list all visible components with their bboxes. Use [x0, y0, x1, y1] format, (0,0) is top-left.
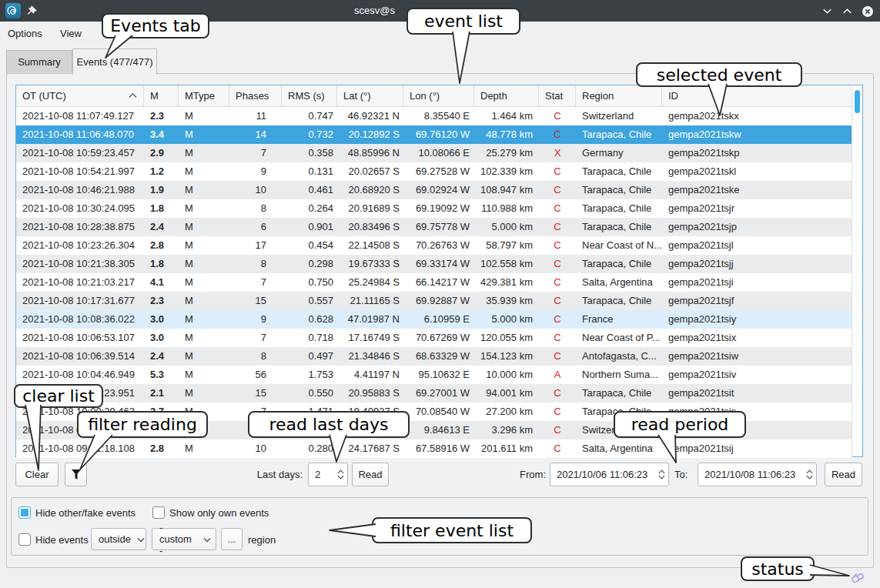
- cell: 69.19092 W: [403, 199, 474, 218]
- event-row-gempa2021tskl[interactable]: 2021-10-08 10:54:21.9971.2M90.13120.0265…: [16, 162, 852, 181]
- to-value: 2021/10/08 11:06:23: [704, 469, 795, 480]
- cell: 2021-10-08 10:54:21.997: [16, 162, 144, 181]
- cell: 0.131: [282, 162, 337, 181]
- event-row-gempa2021tskw[interactable]: 2021-10-08 11:06:48.0703.4M140.73220.128…: [16, 125, 852, 144]
- pin-icon[interactable]: [25, 4, 39, 18]
- column-header-label: MType: [185, 90, 215, 102]
- cell: Tarapaca, Chile: [576, 218, 662, 236]
- column-header-lon[interactable]: Lon (°): [403, 85, 474, 106]
- menu-options[interactable]: Options: [5, 22, 45, 46]
- minimize-button[interactable]: [821, 5, 834, 18]
- column-header-region[interactable]: Region: [576, 85, 662, 106]
- cell: 2021-10-08 10:23:26.304: [16, 236, 144, 255]
- cell: 0.454: [282, 236, 337, 255]
- show-own-checkbox[interactable]: [152, 506, 165, 519]
- cell: C: [539, 236, 576, 255]
- cell: 56: [229, 366, 282, 384]
- filter-reading-button[interactable]: [65, 463, 87, 486]
- region-preset-dropdown[interactable]: - custom -: [152, 528, 216, 550]
- event-row-gempa2021tsit[interactable]: 2021-10-08 10:02:23.9512.1M150.55020.958…: [16, 384, 852, 403]
- cell: A: [539, 366, 576, 384]
- cell: 10: [229, 439, 282, 458]
- cell: gempa2021tskw: [662, 125, 852, 144]
- column-header-mtype[interactable]: MType: [179, 85, 229, 106]
- to-label: To:: [674, 463, 688, 486]
- event-row-gempa2021tsji[interactable]: 2021-10-08 10:21:03.2174.1M70.75025.2498…: [16, 273, 852, 292]
- region-mode-dropdown[interactable]: outside: [91, 528, 146, 550]
- close-button[interactable]: [861, 5, 874, 18]
- tab-summary[interactable]: Summary: [6, 50, 72, 74]
- column-header-label: RMS (s): [288, 90, 325, 102]
- cell: Salta, Argentina: [576, 439, 662, 458]
- column-header-depth[interactable]: Depth: [474, 85, 539, 106]
- column-header-ot-utc[interactable]: OT (UTC): [16, 85, 144, 106]
- chevron-down-icon: [131, 533, 145, 545]
- cell: 15: [229, 292, 282, 310]
- cell: 8: [229, 347, 282, 366]
- cell: 95.10632 E: [403, 366, 474, 384]
- cell: Near Coast of P...: [576, 329, 662, 347]
- column-header-rms-s[interactable]: RMS (s): [282, 85, 337, 106]
- cell: Tarapaca, Chile: [576, 292, 662, 310]
- cell: gempa2021tsix: [662, 329, 852, 347]
- cell: 20.12892 S: [337, 125, 403, 144]
- cell: C: [539, 125, 576, 144]
- cell: C: [539, 107, 576, 125]
- event-row-gempa2021tske[interactable]: 2021-10-08 10:46:21.9881.9M100.46120.689…: [16, 181, 852, 199]
- menu-view[interactable]: View: [57, 22, 85, 46]
- cell: 25.279 km: [474, 144, 539, 162]
- event-row-gempa2021tsjp[interactable]: 2021-10-08 10:28:38.8752.4M60.90120.8349…: [16, 218, 852, 236]
- event-row-gempa2021tsjj[interactable]: 2021-10-08 10:21:38.3051.8M80.29819.6733…: [16, 255, 852, 273]
- cell: gempa2021tsij: [662, 439, 852, 458]
- column-header-lat[interactable]: Lat (°): [337, 85, 403, 106]
- to-datetime-field[interactable]: 2021/10/08 11:06:23: [698, 463, 817, 486]
- spinner-arrows-icon[interactable]: [658, 469, 665, 479]
- event-row-gempa2021tsjl[interactable]: 2021-10-08 10:23:26.3042.8M170.45422.145…: [16, 236, 852, 255]
- column-header-m[interactable]: M: [144, 85, 179, 106]
- cell: gempa2021tsjj: [662, 255, 852, 273]
- region-more-button[interactable]: ...: [221, 528, 243, 550]
- column-header-phases[interactable]: Phases: [229, 85, 282, 106]
- maximize-button[interactable]: [841, 5, 854, 18]
- hide-other-fake-checkbox[interactable]: [18, 506, 31, 519]
- event-row-gempa2021tsiw[interactable]: 2021-10-08 10:06:39.5142.4M80.49721.3484…: [16, 347, 852, 366]
- read-period-button[interactable]: Read: [825, 463, 862, 486]
- cell: M: [179, 144, 229, 162]
- event-row-gempa2021tsix[interactable]: 2021-10-08 10:06:53.1073.0M70.71817.1674…: [16, 329, 852, 347]
- event-row-gempa2021tsjf[interactable]: 2021-10-08 10:17:31.6772.3M150.55721.111…: [16, 292, 852, 310]
- column-header-stat[interactable]: Stat: [539, 85, 576, 106]
- cell: 7: [229, 144, 282, 162]
- cell: 22.14508 S: [337, 236, 403, 255]
- event-row-gempa2021tsjr[interactable]: 2021-10-08 10:30:24.0951.8M80.26420.9168…: [16, 199, 852, 218]
- cell: M: [179, 347, 229, 366]
- cell: 9: [229, 310, 282, 329]
- cell: 8.35540 E: [403, 107, 474, 125]
- event-row-gempa2021tskx[interactable]: 2021-10-08 11:07:49.1272.3M110.74746.923…: [16, 107, 852, 125]
- event-row-gempa2021tskp[interactable]: 2021-10-08 10:59:23.4572.9M70.35848.8599…: [16, 144, 852, 162]
- event-row-gempa2021tsij[interactable]: 2021-10-08 09:51:18.1082.8M100.28024.176…: [16, 439, 852, 458]
- tab-events[interactable]: Events (477/477): [72, 48, 157, 75]
- read-last-days-button[interactable]: Read: [352, 463, 389, 486]
- last-days-spinbox[interactable]: 2: [308, 463, 348, 486]
- cell: C: [539, 162, 576, 181]
- cell: 154.123 km: [474, 347, 539, 366]
- cell: 0.550: [282, 384, 337, 403]
- cell: 0.750: [282, 273, 337, 292]
- event-row-gempa2021tsiy[interactable]: 2021-10-08 10:08:36.0223.0M90.62847.0198…: [16, 310, 852, 329]
- event-row-gempa2021tsiv[interactable]: 2021-10-08 10:04:46.9495.3M561.7534.4119…: [16, 366, 852, 384]
- scrollbar-thumb[interactable]: [855, 90, 860, 113]
- vertical-scrollbar[interactable]: [852, 85, 862, 456]
- cell: C: [539, 329, 576, 347]
- clear-button[interactable]: Clear: [15, 463, 59, 486]
- cell: 10.08066 E: [403, 144, 474, 162]
- callout-clear-list: clear list: [14, 384, 103, 408]
- spinner-arrows-icon[interactable]: [806, 469, 813, 479]
- cell: 67.58916 W: [403, 439, 474, 458]
- from-datetime-field[interactable]: 2021/10/06 11:06:23: [550, 463, 669, 486]
- spinner-arrows-icon[interactable]: [337, 469, 344, 479]
- hide-events-checkbox[interactable]: [18, 533, 31, 546]
- column-header-id[interactable]: ID: [662, 85, 852, 106]
- cell: 46.92321 N: [337, 107, 403, 125]
- callout-status: status: [741, 556, 815, 581]
- cell: gempa2021tske: [662, 181, 852, 199]
